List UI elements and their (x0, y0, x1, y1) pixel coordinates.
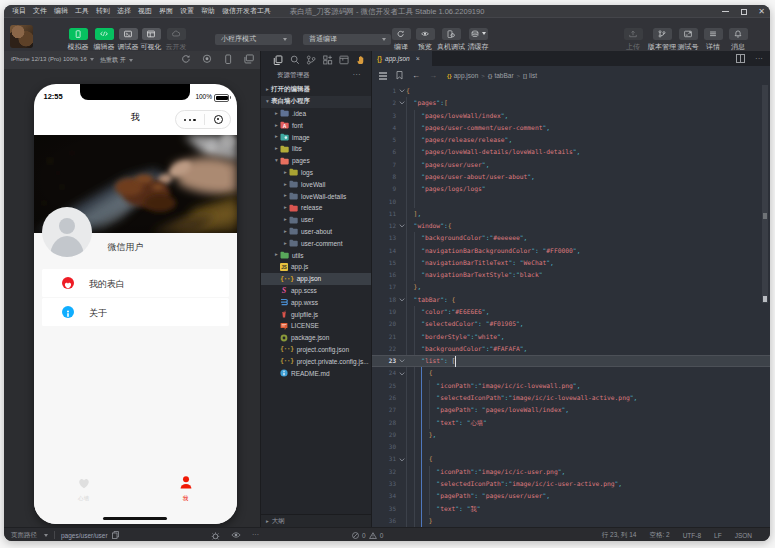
code-line-32[interactable]: 32 "iconPath":"image/ic/ic-user.png", (372, 466, 770, 478)
fold-icon[interactable] (398, 97, 406, 109)
blocks-icon[interactable] (323, 55, 333, 65)
code-line-35[interactable]: 35 "text": "我" (372, 503, 770, 515)
close-tab-icon[interactable]: × (416, 55, 420, 62)
tree-item-release[interactable]: ▸release (261, 202, 372, 214)
compile-mode-select[interactable]: 普通编译 (303, 34, 391, 46)
record-icon[interactable] (202, 54, 212, 64)
code-line-36[interactable]: 36 } (372, 515, 770, 527)
tree-item-pages[interactable]: ▾pages (261, 155, 372, 167)
code-line-14[interactable]: 14 "navigationBarBackgroundColor": "#FF0… (372, 245, 770, 257)
mode-select[interactable]: 小程序模式 (215, 34, 292, 46)
tree-item-.idea[interactable]: ▸.idea (261, 108, 372, 120)
minimize-button[interactable] (721, 7, 730, 16)
tree-item-font[interactable]: ▸Afont (261, 119, 372, 131)
code-line-21[interactable]: 21 "borderStyle":"white", (372, 331, 770, 343)
code-line-30[interactable]: 30 (372, 441, 770, 453)
more-icon[interactable]: ··· (252, 531, 259, 539)
tree-item-logs[interactable]: ▸logs (261, 167, 372, 179)
tree-item-打开的编辑器[interactable]: ▸打开的编辑器 (261, 84, 372, 96)
code-line-18[interactable]: 18 "tabBar": { (372, 294, 770, 306)
status-空格-2[interactable]: 空格: 2 (649, 531, 669, 540)
action-编译[interactable]: 编译 (388, 28, 414, 52)
tree-item-app.wxss[interactable]: app.wxss (261, 296, 372, 308)
more-icon[interactable]: ··· (755, 54, 763, 63)
code-line-29[interactable]: 29 }, (372, 429, 770, 441)
tree-item-image[interactable]: ▸image (261, 131, 372, 143)
tree-item-gulpfile.js[interactable]: gulpfile.js (261, 308, 372, 320)
code-line-34[interactable]: 34 "pagePath": "pages/user/user", (372, 490, 770, 502)
tree-item-project.config.json[interactable]: {··}project.config.json (261, 344, 372, 356)
code-line-9[interactable]: 9 "pages/logs/logs" (372, 183, 770, 195)
tab-心墙[interactable]: 心墙 (54, 475, 114, 502)
code-line-16[interactable]: 16 "navigationBarTextStyle":"black" (372, 269, 770, 281)
code-line-20[interactable]: 20 "selectedColor": "#F01905", (372, 318, 770, 330)
code-line-23[interactable]: 23 "list": [ (372, 355, 770, 367)
problems-indicator[interactable]: 0 0 (352, 528, 383, 541)
tree-item-loveWall[interactable]: ▸loveWall (261, 178, 372, 190)
outline-icon[interactable] (379, 72, 387, 80)
bookmark-icon[interactable] (396, 71, 403, 80)
tree-item-user[interactable]: ▸user (261, 214, 372, 226)
code-line-8[interactable]: 8 "pages/user-about/user-about", (372, 171, 770, 183)
code-line-3[interactable]: 3 "pages/loveWall/index", (372, 110, 770, 122)
tree-item-app.scss[interactable]: Sapp.scss (261, 285, 372, 297)
code-line-26[interactable]: 26 "selectedIconPath":"image/ic/ic-lovew… (372, 392, 770, 404)
hand-icon[interactable] (356, 55, 366, 65)
crumb-app.json[interactable]: {}app.json (447, 72, 478, 79)
code-line-12[interactable]: 12 "window":{ (372, 220, 770, 232)
code-line-1[interactable]: 1 { (372, 85, 770, 97)
tool-云开发[interactable]: 云开发 (159, 28, 193, 52)
device-icon[interactable] (223, 54, 233, 64)
code-line-24[interactable]: 24 { (372, 367, 770, 379)
fold-icon[interactable] (398, 220, 406, 232)
code-line-28[interactable]: 28 "text": "心墙" (372, 417, 770, 429)
tree-item-LICENSE[interactable]: LICENSE (261, 320, 372, 332)
crumb-tabBar[interactable]: {}tabBar (488, 72, 514, 79)
tree-item-package.json[interactable]: package.json (261, 332, 372, 344)
copy-icon[interactable] (112, 531, 119, 539)
nav-forward-icon[interactable]: → (429, 71, 437, 80)
windows-icon[interactable] (244, 54, 254, 64)
tree-item-README.md[interactable]: README.md (261, 367, 372, 379)
code-line-15[interactable]: 15 "navigationBarTitleText": "WeChat", (372, 257, 770, 269)
outline-section[interactable]: ▸ 大纲 (261, 514, 372, 527)
code-line-5[interactable]: 5 "pages/release/release", (372, 134, 770, 146)
code-line-10[interactable]: 10 (372, 196, 770, 208)
user-avatar[interactable] (10, 25, 33, 48)
code-line-13[interactable]: 13 "backgroundColor":"#eeeeee", (372, 232, 770, 244)
code-line-19[interactable]: 19 "color":"#E6E6E6", (372, 306, 770, 318)
exit-icon[interactable] (214, 115, 223, 124)
avatar[interactable] (42, 207, 92, 257)
list-item-关于[interactable]: 关于 (42, 298, 229, 326)
code-line-6[interactable]: 6 "pages/loveWall-details/loveWall-detai… (372, 146, 770, 158)
status-LF[interactable]: LF (714, 532, 722, 539)
more-icon[interactable] (184, 119, 196, 121)
code-line-31[interactable]: 31 { (372, 453, 770, 465)
code-line-27[interactable]: 27 "pagePath": "pages/loveWall/index", (372, 404, 770, 416)
tab-我[interactable]: 我 (156, 475, 216, 502)
code-line-7[interactable]: 7 "pages/user/user", (372, 159, 770, 171)
code-line-11[interactable]: 11 ], (372, 208, 770, 220)
eye-icon[interactable] (231, 531, 241, 539)
device-select[interactable]: iPhone 12/13 (Pro) 100% 16 (11, 56, 94, 62)
action-清缓存[interactable]: 清缓存 (461, 28, 495, 52)
tree-item-utils[interactable]: ▸utils (261, 249, 372, 261)
tree-item-libs[interactable]: ▸libs (261, 143, 372, 155)
package-icon[interactable] (339, 55, 349, 65)
capsule-button[interactable] (175, 110, 231, 129)
status-UTF-8[interactable]: UTF-8 (683, 532, 701, 539)
tree-item-app.json[interactable]: {··}app.json (261, 273, 372, 285)
action-消息[interactable]: 消息 (721, 28, 755, 52)
hot-reload-toggle[interactable]: 热重载 开 (100, 56, 133, 65)
nav-back-icon[interactable]: ← (412, 71, 420, 80)
fold-icon[interactable] (398, 85, 406, 97)
status-行-23-列-14[interactable]: 行 23, 列 14 (602, 531, 637, 540)
fold-icon[interactable] (398, 294, 406, 306)
code-line-25[interactable]: 25 "iconPath":"image/ic/ic-lovewall.png"… (372, 380, 770, 392)
tree-item-loveWall-details[interactable]: ▸loveWall-details (261, 190, 372, 202)
scrollbar-thumb[interactable] (762, 85, 768, 303)
code-line-2[interactable]: 2 "pages":[ (372, 97, 770, 109)
editor-scrollbar[interactable] (762, 85, 768, 527)
fold-icon[interactable] (398, 355, 406, 367)
rotate-icon[interactable] (181, 54, 191, 64)
